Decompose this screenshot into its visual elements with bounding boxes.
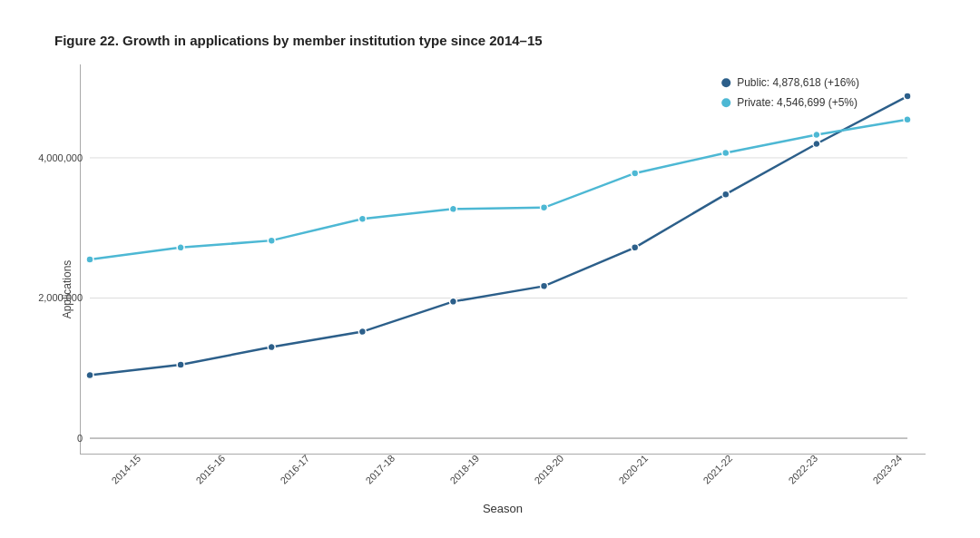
svg-point-24	[722, 149, 730, 156]
chart-and-xaxis: 02,000,0004,000,000Public: 4,878,618 (+1…	[80, 64, 926, 515]
figure-container: Figure 22. Growth in applications by mem…	[45, 15, 935, 524]
svg-point-10	[358, 328, 366, 335]
svg-point-7	[86, 371, 93, 378]
x-axis-title: Season	[80, 502, 926, 515]
svg-point-23	[632, 169, 639, 176]
svg-point-12	[541, 282, 548, 289]
svg-point-26	[904, 115, 911, 122]
svg-point-11	[449, 298, 456, 305]
svg-point-15	[813, 140, 820, 147]
y-axis-label: Applications	[61, 260, 74, 319]
svg-text:4,000,000: 4,000,000	[38, 152, 83, 162]
svg-text:2,000,000: 2,000,000	[38, 292, 83, 303]
figure-title: Figure 22. Growth in applications by mem…	[54, 33, 926, 48]
svg-point-8	[177, 360, 184, 367]
chart-area: 02,000,0004,000,000Public: 4,878,618 (+1…	[80, 64, 926, 455]
svg-point-18	[177, 243, 184, 250]
svg-text:Private: 4,546,699 (+5%): Private: 4,546,699 (+5%)	[737, 96, 858, 109]
chart-outer: Applications 02,000,0004,000,000Public: …	[54, 64, 926, 515]
svg-point-16	[904, 93, 911, 100]
svg-point-22	[541, 203, 548, 210]
svg-point-21	[449, 205, 456, 212]
svg-point-25	[813, 131, 820, 138]
svg-point-13	[632, 243, 639, 250]
svg-point-20	[358, 215, 366, 222]
svg-text:0: 0	[77, 433, 83, 444]
svg-point-9	[268, 343, 275, 350]
svg-point-19	[268, 237, 275, 244]
svg-point-27	[721, 78, 730, 87]
svg-text:Public: 4,878,618 (+16%): Public: 4,878,618 (+16%)	[737, 76, 859, 89]
svg-point-14	[722, 191, 730, 198]
x-axis-labels: 2014-152015-162016-172017-182018-192019-…	[80, 458, 926, 476]
svg-point-17	[86, 256, 93, 263]
svg-point-29	[721, 98, 730, 107]
y-axis-label-container: Applications	[54, 64, 80, 515]
